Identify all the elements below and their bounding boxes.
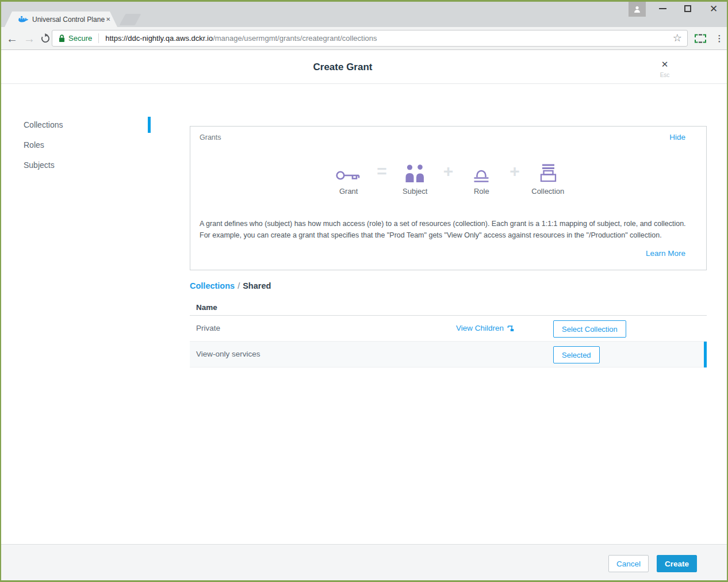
secure-lock-icon [59, 34, 65, 43]
breadcrumb: Collections/Shared [190, 281, 271, 290]
page-title: Create Grant [0, 62, 685, 73]
plus-icon: + [509, 160, 520, 183]
create-button[interactable]: Create [657, 555, 697, 572]
collection-stack-icon [537, 160, 560, 183]
sidebar-item-roles[interactable]: Roles [24, 140, 44, 152]
window-close-icon: ✕ [710, 4, 718, 14]
equation-grant: Grant [330, 160, 367, 196]
grant-equation: Grant = Subject + [190, 160, 706, 196]
selected-button[interactable]: Selected [553, 346, 600, 363]
breadcrumb-current: Shared [243, 281, 271, 290]
view-children-link[interactable]: View Children [456, 324, 515, 332]
maximize-icon [684, 5, 691, 12]
capture-extension-icon[interactable] [692, 32, 708, 45]
collection-name: View-only services [196, 350, 260, 358]
collection-name: Private [196, 324, 220, 332]
equation-subject: Subject [397, 160, 434, 196]
window-frame [0, 0, 1, 582]
modal-header: Create Grant ✕ Esc [0, 50, 728, 84]
profile-avatar[interactable] [629, 2, 646, 17]
table-row: Private View Children Select Collection [190, 316, 707, 342]
new-tab-button[interactable] [120, 14, 141, 25]
sidebar-item-subjects[interactable]: Subjects [24, 160, 55, 172]
url-divider [98, 33, 99, 43]
cancel-button[interactable]: Cancel [608, 555, 649, 572]
breadcrumb-separator: / [235, 281, 243, 290]
window-maximize-button[interactable] [679, 0, 697, 17]
key-icon [335, 160, 362, 183]
equation-label-grant: Grant [339, 187, 358, 196]
breadcrumb-collections-link[interactable]: Collections [190, 281, 235, 290]
esc-hint: Esc [658, 72, 672, 78]
hide-link[interactable]: Hide [669, 133, 685, 141]
equation-collection: Collection [530, 160, 566, 196]
users-icon [404, 160, 426, 183]
tab-close-icon[interactable]: ✕ [105, 15, 112, 24]
table-header: Name [190, 300, 707, 316]
window-frame [0, 0, 728, 2]
modal-close-icon[interactable]: ✕ [658, 59, 672, 71]
address-bar[interactable]: Secure https://ddc-nightly.qa.aws.dckr.i… [52, 30, 688, 47]
equation-label-role: Role [474, 187, 489, 196]
plus-icon: + [443, 160, 454, 183]
learn-more-link[interactable]: Learn More [646, 249, 685, 258]
minimize-icon [659, 8, 666, 9]
grants-info-panel: Grants Hide Grant = [190, 126, 707, 270]
modal-footer: Cancel Create [0, 544, 728, 582]
window-close-button[interactable]: ✕ [704, 0, 723, 17]
secure-label: Secure [68, 34, 92, 43]
select-collection-button[interactable]: Select Collection [553, 320, 626, 338]
equation-role: Role [463, 160, 500, 196]
equation-label-subject: Subject [403, 187, 427, 196]
forward-button[interactable]: → [21, 30, 38, 47]
browser-window: Universal Control Plane ✕ ✕ ← → Sec [0, 0, 728, 582]
bookmark-star-icon[interactable]: ☆ [673, 32, 682, 44]
view-children-label: View Children [456, 324, 504, 332]
role-stamp-icon [470, 160, 492, 183]
column-header-name: Name [196, 303, 217, 312]
window-minimize-button[interactable] [653, 0, 672, 17]
docker-whale-icon [18, 16, 28, 24]
sidebar-item-collections[interactable]: Collections [24, 120, 63, 132]
grants-description: A grant defines who (subject) has how mu… [200, 219, 686, 242]
panel-label: Grants [200, 133, 221, 141]
url-path: /manage/usermgmt/grants/creategrant/coll… [213, 34, 377, 43]
browser-tab[interactable]: Universal Control Plane ✕ [5, 12, 117, 27]
equation-label-collection: Collection [531, 187, 564, 196]
table-row: View-only services Selected [190, 342, 707, 367]
active-section-indicator [148, 117, 151, 133]
back-button[interactable]: ← [3, 30, 21, 47]
url-text: https://ddc-nightly.qa.aws.dckr.io/manag… [105, 34, 377, 43]
tab-title: Universal Control Plane [32, 16, 105, 24]
tab-strip: Universal Control Plane ✕ ✕ [0, 0, 728, 27]
selected-row-indicator [704, 342, 707, 367]
url-host: https://ddc-nightly.qa.aws.dckr.io [105, 34, 213, 43]
browser-menu-icon[interactable]: ⋮ [712, 30, 727, 47]
hierarchy-icon [507, 325, 515, 332]
equals-icon: = [377, 160, 387, 183]
